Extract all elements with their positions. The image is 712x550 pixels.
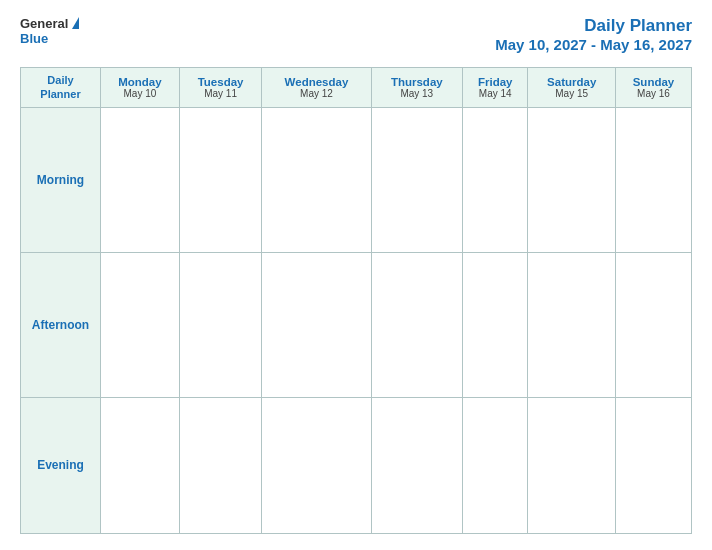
cell-afternoon-sun[interactable]: [615, 252, 691, 397]
th-thursday: Thursday May 13: [371, 68, 462, 108]
cell-afternoon-sat[interactable]: [528, 252, 616, 397]
label-evening: Evening: [21, 397, 101, 533]
cell-afternoon-thu[interactable]: [371, 252, 462, 397]
th-label-cell: DailyPlanner: [21, 68, 101, 108]
header-title-block: Daily Planner May 10, 2027 - May 16, 202…: [495, 16, 692, 53]
row-morning: Morning: [21, 107, 692, 252]
page: General Blue Daily Planner May 10, 2027 …: [0, 0, 712, 550]
cell-evening-fri[interactable]: [462, 397, 527, 533]
cell-morning-thu[interactable]: [371, 107, 462, 252]
calendar-table: DailyPlanner Monday May 10 Tuesday May 1…: [20, 67, 692, 534]
cell-morning-wed[interactable]: [262, 107, 371, 252]
th-daily: DailyPlanner: [25, 73, 96, 102]
th-sunday: Sunday May 16: [615, 68, 691, 108]
th-tuesday: Tuesday May 11: [179, 68, 261, 108]
cell-morning-fri[interactable]: [462, 107, 527, 252]
cell-morning-sat[interactable]: [528, 107, 616, 252]
th-wednesday: Wednesday May 12: [262, 68, 371, 108]
logo-blue-text: Blue: [20, 31, 48, 46]
cell-evening-sun[interactable]: [615, 397, 691, 533]
logo-triangle-icon: [72, 17, 79, 29]
cell-evening-tue[interactable]: [179, 397, 261, 533]
cell-morning-tue[interactable]: [179, 107, 261, 252]
th-monday: Monday May 10: [101, 68, 180, 108]
cell-afternoon-tue[interactable]: [179, 252, 261, 397]
row-evening: Evening: [21, 397, 692, 533]
th-friday: Friday May 14: [462, 68, 527, 108]
label-afternoon: Afternoon: [21, 252, 101, 397]
cell-evening-mon[interactable]: [101, 397, 180, 533]
title-date: May 10, 2027 - May 16, 2027: [495, 36, 692, 53]
logo-general-text: General: [20, 16, 68, 31]
logo: General Blue: [20, 16, 79, 46]
title-main: Daily Planner: [495, 16, 692, 36]
header-row: DailyPlanner Monday May 10 Tuesday May 1…: [21, 68, 692, 108]
header: General Blue Daily Planner May 10, 2027 …: [20, 16, 692, 53]
label-morning: Morning: [21, 107, 101, 252]
cell-evening-sat[interactable]: [528, 397, 616, 533]
cell-afternoon-fri[interactable]: [462, 252, 527, 397]
row-afternoon: Afternoon: [21, 252, 692, 397]
cell-morning-mon[interactable]: [101, 107, 180, 252]
cell-evening-thu[interactable]: [371, 397, 462, 533]
cell-afternoon-wed[interactable]: [262, 252, 371, 397]
cell-evening-wed[interactable]: [262, 397, 371, 533]
th-saturday: Saturday May 15: [528, 68, 616, 108]
cell-morning-sun[interactable]: [615, 107, 691, 252]
cell-afternoon-mon[interactable]: [101, 252, 180, 397]
